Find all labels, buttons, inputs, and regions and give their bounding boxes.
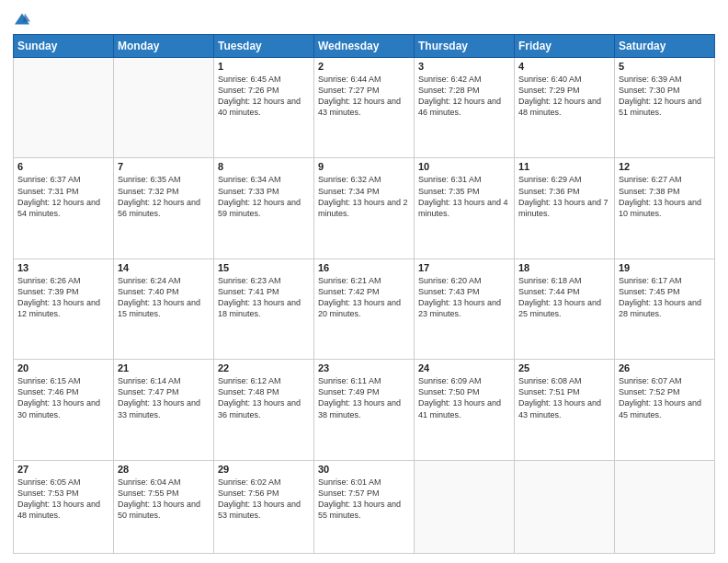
logo: [13, 9, 32, 29]
calendar-cell: 1Sunrise: 6:45 AM Sunset: 7:26 PM Daylig…: [214, 58, 314, 158]
calendar-cell: [114, 58, 214, 158]
day-number: 27: [17, 464, 109, 475]
calendar-cell: 16Sunrise: 6:21 AM Sunset: 7:42 PM Dayli…: [314, 259, 415, 359]
weekday-header-monday: Monday: [114, 35, 214, 58]
day-number: 17: [418, 262, 510, 273]
calendar-cell: 9Sunrise: 6:32 AM Sunset: 7:34 PM Daylig…: [314, 158, 415, 259]
day-info: Sunrise: 6:42 AM Sunset: 7:28 PM Dayligh…: [418, 74, 510, 119]
calendar-cell: 22Sunrise: 6:12 AM Sunset: 7:48 PM Dayli…: [214, 360, 314, 460]
day-info: Sunrise: 6:37 AM Sunset: 7:31 PM Dayligh…: [17, 174, 109, 219]
day-info: Sunrise: 6:20 AM Sunset: 7:43 PM Dayligh…: [418, 275, 510, 320]
weekday-header-thursday: Thursday: [415, 35, 515, 58]
calendar-body: 1Sunrise: 6:45 AM Sunset: 7:26 PM Daylig…: [14, 58, 715, 554]
day-number: 3: [418, 61, 510, 72]
calendar-cell: 5Sunrise: 6:39 AM Sunset: 7:30 PM Daylig…: [615, 58, 715, 158]
day-number: 14: [118, 262, 210, 273]
calendar-cell: 30Sunrise: 6:01 AM Sunset: 7:57 PM Dayli…: [314, 460, 415, 553]
calendar-cell: 2Sunrise: 6:44 AM Sunset: 7:27 PM Daylig…: [314, 58, 415, 158]
calendar-week-2: 6Sunrise: 6:37 AM Sunset: 7:31 PM Daylig…: [14, 158, 715, 259]
day-info: Sunrise: 6:34 AM Sunset: 7:33 PM Dayligh…: [218, 174, 310, 219]
day-info: Sunrise: 6:04 AM Sunset: 7:55 PM Dayligh…: [118, 477, 210, 522]
calendar-cell: 23Sunrise: 6:11 AM Sunset: 7:49 PM Dayli…: [314, 360, 415, 460]
calendar-cell: 18Sunrise: 6:18 AM Sunset: 7:44 PM Dayli…: [515, 259, 615, 359]
day-number: 12: [619, 161, 711, 172]
day-number: 13: [17, 262, 109, 273]
day-number: 4: [518, 61, 610, 72]
day-info: Sunrise: 6:24 AM Sunset: 7:40 PM Dayligh…: [118, 275, 210, 320]
weekday-header-tuesday: Tuesday: [214, 35, 314, 58]
day-number: 9: [318, 161, 410, 172]
calendar-cell: [515, 460, 615, 553]
calendar-cell: [14, 58, 114, 158]
calendar-cell: 8Sunrise: 6:34 AM Sunset: 7:33 PM Daylig…: [214, 158, 314, 259]
calendar-cell: 3Sunrise: 6:42 AM Sunset: 7:28 PM Daylig…: [415, 58, 515, 158]
svg-marker-1: [23, 13, 30, 21]
day-number: 28: [118, 464, 210, 475]
calendar-cell: 10Sunrise: 6:31 AM Sunset: 7:35 PM Dayli…: [415, 158, 515, 259]
day-info: Sunrise: 6:08 AM Sunset: 7:51 PM Dayligh…: [518, 375, 610, 420]
weekday-header-sunday: Sunday: [14, 35, 114, 58]
day-number: 23: [318, 362, 410, 373]
day-number: 11: [518, 161, 610, 172]
day-number: 24: [418, 362, 510, 373]
day-info: Sunrise: 6:27 AM Sunset: 7:38 PM Dayligh…: [619, 174, 711, 219]
day-info: Sunrise: 6:35 AM Sunset: 7:32 PM Dayligh…: [118, 174, 210, 219]
day-info: Sunrise: 6:31 AM Sunset: 7:35 PM Dayligh…: [418, 174, 510, 219]
day-info: Sunrise: 6:12 AM Sunset: 7:48 PM Dayligh…: [218, 375, 310, 420]
calendar-week-3: 13Sunrise: 6:26 AM Sunset: 7:39 PM Dayli…: [14, 259, 715, 359]
calendar-cell: 15Sunrise: 6:23 AM Sunset: 7:41 PM Dayli…: [214, 259, 314, 359]
day-info: Sunrise: 6:44 AM Sunset: 7:27 PM Dayligh…: [318, 74, 410, 119]
calendar-cell: 12Sunrise: 6:27 AM Sunset: 7:38 PM Dayli…: [615, 158, 715, 259]
day-number: 21: [118, 362, 210, 373]
day-number: 6: [17, 161, 109, 172]
day-info: Sunrise: 6:18 AM Sunset: 7:44 PM Dayligh…: [518, 275, 610, 320]
day-info: Sunrise: 6:01 AM Sunset: 7:57 PM Dayligh…: [318, 477, 410, 522]
day-number: 19: [619, 262, 711, 273]
day-info: Sunrise: 6:29 AM Sunset: 7:36 PM Dayligh…: [518, 174, 610, 219]
calendar-table: SundayMondayTuesdayWednesdayThursdayFrid…: [13, 34, 715, 554]
day-info: Sunrise: 6:40 AM Sunset: 7:29 PM Dayligh…: [518, 74, 610, 119]
day-number: 7: [118, 161, 210, 172]
calendar-cell: 17Sunrise: 6:20 AM Sunset: 7:43 PM Dayli…: [415, 259, 515, 359]
day-info: Sunrise: 6:09 AM Sunset: 7:50 PM Dayligh…: [418, 375, 510, 420]
day-number: 16: [318, 262, 410, 273]
calendar-cell: 25Sunrise: 6:08 AM Sunset: 7:51 PM Dayli…: [515, 360, 615, 460]
day-number: 8: [218, 161, 310, 172]
day-info: Sunrise: 6:39 AM Sunset: 7:30 PM Dayligh…: [619, 74, 711, 119]
day-number: 2: [318, 61, 410, 72]
day-number: 22: [218, 362, 310, 373]
calendar-week-5: 27Sunrise: 6:05 AM Sunset: 7:53 PM Dayli…: [14, 460, 715, 553]
day-info: Sunrise: 6:02 AM Sunset: 7:56 PM Dayligh…: [218, 477, 310, 522]
day-number: 25: [518, 362, 610, 373]
day-info: Sunrise: 6:05 AM Sunset: 7:53 PM Dayligh…: [17, 477, 109, 522]
day-number: 30: [318, 464, 410, 475]
day-info: Sunrise: 6:21 AM Sunset: 7:42 PM Dayligh…: [318, 275, 410, 320]
weekday-header-saturday: Saturday: [615, 35, 715, 58]
day-info: Sunrise: 6:32 AM Sunset: 7:34 PM Dayligh…: [318, 174, 410, 219]
logo-icon: [14, 11, 30, 28]
calendar-cell: 11Sunrise: 6:29 AM Sunset: 7:36 PM Dayli…: [515, 158, 615, 259]
weekday-header-friday: Friday: [515, 35, 615, 58]
calendar-cell: 7Sunrise: 6:35 AM Sunset: 7:32 PM Daylig…: [114, 158, 214, 259]
calendar-cell: 26Sunrise: 6:07 AM Sunset: 7:52 PM Dayli…: [615, 360, 715, 460]
calendar-header-row: SundayMondayTuesdayWednesdayThursdayFrid…: [14, 35, 715, 58]
calendar-cell: 24Sunrise: 6:09 AM Sunset: 7:50 PM Dayli…: [415, 360, 515, 460]
day-info: Sunrise: 6:45 AM Sunset: 7:26 PM Dayligh…: [218, 74, 310, 119]
calendar-cell: 4Sunrise: 6:40 AM Sunset: 7:29 PM Daylig…: [515, 58, 615, 158]
day-info: Sunrise: 6:15 AM Sunset: 7:46 PM Dayligh…: [17, 375, 109, 420]
calendar-cell: 29Sunrise: 6:02 AM Sunset: 7:56 PM Dayli…: [214, 460, 314, 553]
day-info: Sunrise: 6:23 AM Sunset: 7:41 PM Dayligh…: [218, 275, 310, 320]
day-number: 20: [17, 362, 109, 373]
day-number: 15: [218, 262, 310, 273]
day-info: Sunrise: 6:17 AM Sunset: 7:45 PM Dayligh…: [619, 275, 711, 320]
day-number: 5: [619, 61, 711, 72]
day-number: 1: [218, 61, 310, 72]
calendar-week-4: 20Sunrise: 6:15 AM Sunset: 7:46 PM Dayli…: [14, 360, 715, 460]
calendar-cell: 27Sunrise: 6:05 AM Sunset: 7:53 PM Dayli…: [14, 460, 114, 553]
day-number: 10: [418, 161, 510, 172]
day-info: Sunrise: 6:14 AM Sunset: 7:47 PM Dayligh…: [118, 375, 210, 420]
calendar-cell: 21Sunrise: 6:14 AM Sunset: 7:47 PM Dayli…: [114, 360, 214, 460]
calendar-week-1: 1Sunrise: 6:45 AM Sunset: 7:26 PM Daylig…: [14, 58, 715, 158]
day-info: Sunrise: 6:07 AM Sunset: 7:52 PM Dayligh…: [619, 375, 711, 420]
weekday-header-wednesday: Wednesday: [314, 35, 415, 58]
